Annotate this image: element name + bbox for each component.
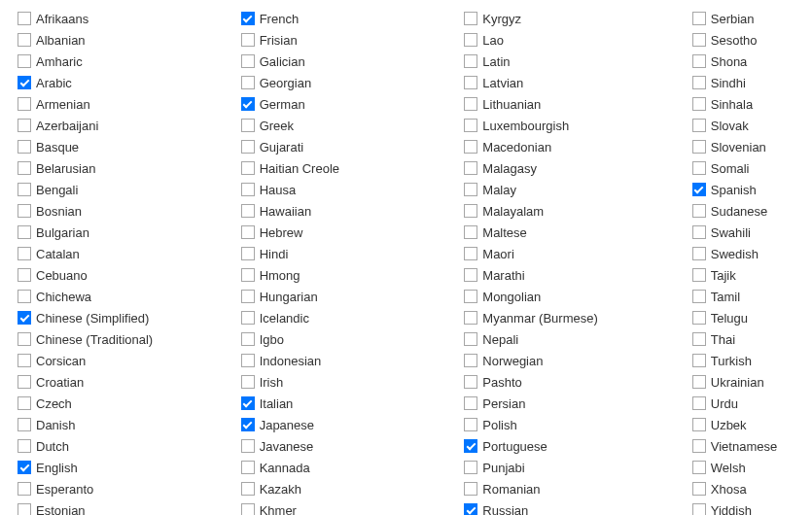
language-option-esperanto[interactable]: Esperanto <box>18 478 241 499</box>
checkbox-icon[interactable] <box>692 247 706 260</box>
checkbox-icon[interactable] <box>464 161 477 175</box>
language-option-german[interactable]: German <box>241 93 465 115</box>
language-option-nepali[interactable]: Nepali <box>464 328 691 350</box>
language-option-tamil[interactable]: Tamil <box>692 286 794 307</box>
language-option-maori[interactable]: Maori <box>464 243 691 264</box>
language-option-slovenian[interactable]: Slovenian <box>692 136 794 157</box>
checkbox-icon[interactable] <box>692 161 706 175</box>
checkbox-icon[interactable] <box>241 503 255 515</box>
checkbox-icon[interactable] <box>241 140 255 154</box>
language-option-chichewa[interactable]: Chichewa <box>18 286 241 307</box>
language-option-maltese[interactable]: Maltese <box>464 222 691 243</box>
checkbox-icon[interactable] <box>692 354 706 367</box>
language-option-bengali[interactable]: Bengali <box>18 179 241 200</box>
checkbox-icon[interactable] <box>692 268 706 282</box>
checkbox-icon[interactable] <box>18 119 31 132</box>
language-option-japanese[interactable]: Japanese <box>241 414 465 435</box>
language-option-persian[interactable]: Persian <box>464 393 691 414</box>
language-option-slovak[interactable]: Slovak <box>692 115 794 136</box>
language-option-xhosa[interactable]: Xhosa <box>692 478 794 499</box>
language-option-indonesian[interactable]: Indonesian <box>241 350 465 371</box>
checkbox-icon[interactable] <box>18 354 31 367</box>
checkbox-icon[interactable] <box>18 461 31 474</box>
checkbox-icon[interactable] <box>18 268 31 282</box>
checkbox-icon[interactable] <box>18 503 31 515</box>
checkbox-icon[interactable] <box>692 503 706 515</box>
checkbox-icon[interactable] <box>692 375 706 389</box>
language-option-malagasy[interactable]: Malagasy <box>464 157 691 179</box>
language-option-welsh[interactable]: Welsh <box>692 457 794 478</box>
language-option-spanish[interactable]: Spanish <box>692 179 794 200</box>
language-option-georgian[interactable]: Georgian <box>241 72 465 93</box>
checkbox-icon[interactable] <box>18 12 31 25</box>
checkbox-icon[interactable] <box>18 183 31 196</box>
language-option-marathi[interactable]: Marathi <box>464 264 691 286</box>
checkbox-icon[interactable] <box>241 290 255 303</box>
language-option-hmong[interactable]: Hmong <box>241 264 465 286</box>
checkbox-icon[interactable] <box>464 54 477 68</box>
language-option-azerbaijani[interactable]: Azerbaijani <box>18 115 241 136</box>
language-option-serbian[interactable]: Serbian <box>692 8 794 29</box>
language-option-greek[interactable]: Greek <box>241 115 465 136</box>
language-option-malay[interactable]: Malay <box>464 179 691 200</box>
checkbox-icon[interactable] <box>18 54 31 68</box>
checkbox-icon[interactable] <box>464 461 477 474</box>
language-option-malayalam[interactable]: Malayalam <box>464 200 691 222</box>
checkbox-icon[interactable] <box>241 439 255 453</box>
language-option-bulgarian[interactable]: Bulgarian <box>18 222 241 243</box>
checkbox-icon[interactable] <box>692 33 706 47</box>
checkbox-icon[interactable] <box>18 76 31 89</box>
language-option-corsican[interactable]: Corsican <box>18 350 241 371</box>
language-option-telugu[interactable]: Telugu <box>692 307 794 328</box>
checkbox-icon[interactable] <box>241 418 255 431</box>
language-option-uzbek[interactable]: Uzbek <box>692 414 794 435</box>
language-option-sesotho[interactable]: Sesotho <box>692 29 794 51</box>
checkbox-icon[interactable] <box>464 119 477 132</box>
language-option-hawaiian[interactable]: Hawaiian <box>241 200 465 222</box>
language-option-french[interactable]: French <box>241 8 465 29</box>
checkbox-icon[interactable] <box>241 97 255 111</box>
checkbox-icon[interactable] <box>692 439 706 453</box>
language-option-estonian[interactable]: Estonian <box>18 499 241 515</box>
language-option-frisian[interactable]: Frisian <box>241 29 465 51</box>
checkbox-icon[interactable] <box>18 140 31 154</box>
checkbox-icon[interactable] <box>241 204 255 218</box>
checkbox-icon[interactable] <box>241 396 255 410</box>
checkbox-icon[interactable] <box>18 375 31 389</box>
language-option-hebrew[interactable]: Hebrew <box>241 222 465 243</box>
checkbox-icon[interactable] <box>692 54 706 68</box>
checkbox-icon[interactable] <box>241 225 255 239</box>
checkbox-icon[interactable] <box>692 332 706 346</box>
language-option-amharic[interactable]: Amharic <box>18 51 241 72</box>
checkbox-icon[interactable] <box>464 396 477 410</box>
language-option-polish[interactable]: Polish <box>464 414 691 435</box>
language-option-arabic[interactable]: Arabic <box>18 72 241 93</box>
checkbox-icon[interactable] <box>692 311 706 325</box>
checkbox-icon[interactable] <box>241 247 255 260</box>
language-option-afrikaans[interactable]: Afrikaans <box>18 8 241 29</box>
checkbox-icon[interactable] <box>464 311 477 325</box>
language-option-lao[interactable]: Lao <box>464 29 691 51</box>
language-option-latvian[interactable]: Latvian <box>464 72 691 93</box>
language-option-sudanese[interactable]: Sudanese <box>692 200 794 222</box>
language-option-portuguese[interactable]: Portuguese <box>464 435 691 457</box>
language-option-kannada[interactable]: Kannada <box>241 457 465 478</box>
language-option-turkish[interactable]: Turkish <box>692 350 794 371</box>
checkbox-icon[interactable] <box>241 76 255 89</box>
checkbox-icon[interactable] <box>464 439 477 453</box>
checkbox-icon[interactable] <box>692 183 706 196</box>
checkbox-icon[interactable] <box>241 54 255 68</box>
language-option-hindi[interactable]: Hindi <box>241 243 465 264</box>
language-option-myanmar-burmese[interactable]: Myanmar (Burmese) <box>464 307 691 328</box>
language-option-ukrainian[interactable]: Ukrainian <box>692 371 794 393</box>
checkbox-icon[interactable] <box>241 183 255 196</box>
checkbox-icon[interactable] <box>241 461 255 474</box>
checkbox-icon[interactable] <box>692 12 706 25</box>
language-option-mongolian[interactable]: Mongolian <box>464 286 691 307</box>
checkbox-icon[interactable] <box>464 12 477 25</box>
language-option-irish[interactable]: Irish <box>241 371 465 393</box>
checkbox-icon[interactable] <box>241 161 255 175</box>
checkbox-icon[interactable] <box>464 76 477 89</box>
language-option-chinese-traditional[interactable]: Chinese (Traditional) <box>18 328 241 350</box>
language-option-cebuano[interactable]: Cebuano <box>18 264 241 286</box>
